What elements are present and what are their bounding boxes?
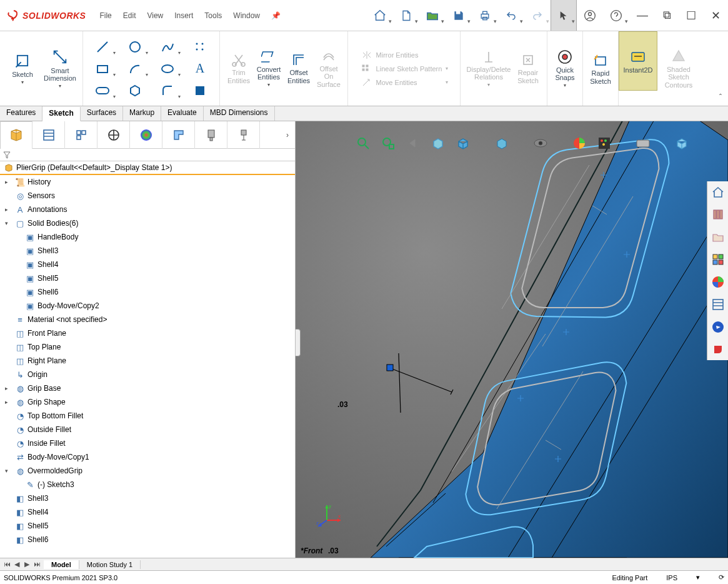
shaded-sketch-contours-button[interactable]: Shaded Sketch Contours <box>661 47 696 89</box>
tree-item[interactable]: ◫Front Plane <box>0 326 295 340</box>
menu-tools[interactable]: Tools <box>204 11 222 20</box>
spline-tool[interactable]: ▾ <box>152 36 183 57</box>
offset-on-surface-button[interactable]: Offset On Surface <box>314 48 344 89</box>
file-explorer-tab[interactable] <box>707 226 728 248</box>
cam-manager-tab-1[interactable] <box>162 121 195 149</box>
menu-pin-icon[interactable]: 📌 <box>271 11 281 20</box>
select-button[interactable]: ▾ <box>551 0 577 31</box>
tree-item[interactable]: ▣HandleBody <box>0 230 295 244</box>
tree-item[interactable]: ✎(-) Sketch3 <box>0 478 295 491</box>
feature-filter[interactable] <box>0 149 295 161</box>
first-tab-button[interactable]: ⏮ <box>2 560 11 568</box>
new-button[interactable]: ▾ <box>393 0 419 31</box>
model-tab[interactable]: Model <box>44 560 79 569</box>
print-button[interactable]: ▾ <box>472 0 498 31</box>
tab-sketch[interactable]: Sketch <box>42 107 80 121</box>
next-tab-button[interactable]: ▶ <box>22 560 31 568</box>
tree-item[interactable]: ▣Body-Move/Copy2 <box>0 299 295 313</box>
twisty-icon[interactable]: ▾ <box>5 468 12 474</box>
help-button[interactable]: ▾ <box>603 0 629 31</box>
tree-item[interactable]: ≡Material <not specified> <box>0 313 295 326</box>
custom-properties-tab[interactable] <box>707 294 728 315</box>
repair-sketch-button[interactable]: Repair Sketch <box>513 48 543 89</box>
redo-button[interactable]: ▾ <box>524 0 551 31</box>
tree-item[interactable]: ◔Outside Fillet <box>0 423 295 436</box>
section-view-icon[interactable] <box>430 135 446 151</box>
tree-item[interactable]: ▾◍OvermoldedGrip <box>0 464 295 478</box>
view-palette-tab[interactable] <box>707 249 728 270</box>
tree-item[interactable]: ▸◍Grip Shape <box>0 395 295 409</box>
tree-item[interactable]: ▣Shell4 <box>0 258 295 271</box>
menu-view[interactable]: View <box>147 11 163 20</box>
offset-entities-button[interactable]: Offset Entities <box>284 48 314 89</box>
arc-tool[interactable]: ▾ <box>119 58 151 79</box>
view-settings-icon[interactable] <box>635 135 651 151</box>
circle-tool[interactable]: ▾ <box>119 36 151 57</box>
design-library-tab[interactable] <box>707 204 728 225</box>
ellipse-tool[interactable]: ▾ <box>152 58 183 79</box>
convert-entities-button[interactable]: Convert Entities▾ <box>254 48 284 89</box>
display-style-icon[interactable] <box>494 135 510 151</box>
tree-item[interactable]: ◫Top Plane <box>0 340 295 354</box>
tree-item[interactable]: ▸◍Grip Base <box>0 381 295 395</box>
dimension-value-1[interactable]: .03 <box>337 400 348 409</box>
tree-item[interactable]: ⇄Body-Move/Copy1 <box>0 450 295 464</box>
collapse-ribbon-icon[interactable]: ˆ <box>719 93 722 102</box>
status-dropdown-icon[interactable]: ▾ <box>696 573 700 581</box>
view-orientation-icon[interactable] <box>455 135 471 151</box>
feature-manager-tab[interactable] <box>0 121 32 149</box>
flyout-toggle-icon[interactable]: › <box>280 131 295 139</box>
linear-sketch-pattern-button[interactable]: Linear Sketch Pattern▾ <box>361 64 451 74</box>
tree-item[interactable]: ◔Inside Fillet <box>0 436 295 450</box>
line-tool[interactable]: ▾ <box>87 36 118 57</box>
display-delete-relations-button[interactable]: Display/Delete Relations▾ <box>464 48 513 89</box>
hide-show-icon[interactable] <box>532 135 549 151</box>
smart-dimension-button[interactable]: Smart Dimension▾ <box>41 47 79 90</box>
sketch-button[interactable]: Sketch▾ <box>4 47 41 90</box>
fillet-tool[interactable]: ▾ <box>152 80 183 101</box>
save-button[interactable]: ▾ <box>446 0 472 31</box>
zoom-to-area-icon[interactable] <box>380 135 396 151</box>
quick-snaps-button[interactable]: Quick Snaps▾ <box>551 48 579 89</box>
tree-item[interactable]: ▣Shell6 <box>0 285 295 299</box>
feature-tree[interactable]: ▸📜History◎Sensors▸AAnnotations▾▢Solid Bo… <box>0 175 295 558</box>
display-manager-tab[interactable] <box>130 121 162 149</box>
status-units[interactable]: IPS <box>666 574 677 581</box>
tree-item[interactable]: ◧Shell4 <box>0 505 295 519</box>
flyout-feature-tree-handle[interactable] <box>296 329 301 356</box>
view-cube-icon[interactable] <box>674 135 690 151</box>
open-button[interactable]: ▾ <box>419 0 446 31</box>
tree-item[interactable]: ◎Sensors <box>0 189 295 203</box>
tree-item[interactable]: ↳Origin <box>0 368 295 381</box>
prev-tab-button[interactable]: ◀ <box>12 560 21 568</box>
cam-tab[interactable] <box>707 339 728 360</box>
menu-window[interactable]: Window <box>233 11 260 20</box>
tab-mbd-dimensions[interactable]: MBD Dimensions <box>204 106 275 121</box>
resources-tab[interactable] <box>707 181 728 203</box>
rectangle-tool[interactable]: ▾ <box>87 58 118 79</box>
status-rebuild-icon[interactable]: ⟳ <box>719 573 724 581</box>
undo-button[interactable]: ▾ <box>498 0 524 31</box>
points-tool[interactable] <box>184 36 216 57</box>
close-button[interactable]: ✕ <box>711 9 721 23</box>
configuration-manager-tab[interactable] <box>65 121 97 149</box>
move-entities-button[interactable]: Move Entities▾ <box>361 78 451 88</box>
minimize-button[interactable]: — <box>637 9 648 23</box>
twisty-icon[interactable]: ▾ <box>5 220 12 226</box>
menu-insert[interactable]: Insert <box>174 11 193 20</box>
tab-surfaces[interactable]: Surfaces <box>81 106 123 121</box>
tree-item[interactable]: ◧Shell3 <box>0 491 295 505</box>
tree-item[interactable]: ▣Shell5 <box>0 271 295 285</box>
appearances-tab[interactable] <box>707 271 728 293</box>
tree-item[interactable]: ◔Top Bottom Fillet <box>0 409 295 423</box>
twisty-icon[interactable]: ▸ <box>5 206 12 213</box>
appearance-icon[interactable] <box>571 135 587 151</box>
menu-file[interactable]: File <box>99 11 111 20</box>
zoom-to-fit-icon[interactable] <box>355 135 371 151</box>
restore-button[interactable]: ⧉ <box>663 9 671 23</box>
tree-item[interactable]: ◫Right Plane <box>0 354 295 368</box>
tree-item[interactable]: ▸AAnnotations <box>0 203 295 216</box>
forum-tab[interactable] <box>707 316 728 338</box>
instant2d-button[interactable]: Instant2D <box>619 31 657 91</box>
tab-features[interactable]: Features <box>0 106 42 121</box>
